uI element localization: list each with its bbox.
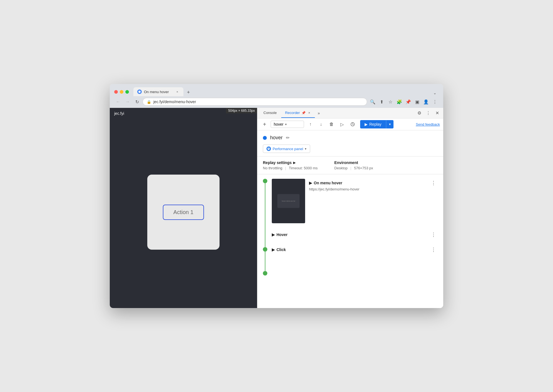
- svg-point-0: [138, 91, 141, 93]
- size-tooltip: 504px × 685.33px: [226, 108, 257, 113]
- maximize-traffic-light[interactable]: [125, 90, 129, 94]
- refresh-button[interactable]: ↻: [133, 98, 141, 106]
- split-screen-icon[interactable]: ▣: [413, 98, 421, 106]
- traffic-lights: [114, 90, 129, 94]
- step-1-more-button[interactable]: ⋮: [429, 179, 438, 187]
- settings-expand-icon: ▶: [293, 161, 295, 165]
- step-preview-text: hover demo jec.fyi: [282, 200, 295, 202]
- upload-button[interactable]: ↑: [306, 120, 315, 128]
- replay-settings-detail: No throttling | Timeout: 5000 ms: [263, 166, 318, 170]
- tab-console[interactable]: Console: [260, 108, 281, 118]
- recording-title-row: hover ✏: [263, 135, 438, 141]
- replay-speed-button[interactable]: [348, 120, 357, 128]
- profile-icon[interactable]: 👤: [422, 98, 430, 106]
- recording-title: hover: [270, 135, 283, 141]
- step-3-title-text: Click: [276, 247, 286, 252]
- step-1-url: https://jec.fyi/demo/menu-hover: [309, 187, 438, 191]
- tab-menu-button[interactable]: ⌄: [431, 90, 439, 96]
- replay-speed-icon: [350, 122, 355, 127]
- more-options-icon[interactable]: ⋮: [431, 98, 439, 106]
- address-bar-row: ← → ↻ 🔒 jec.fyi/demo/menu-hover 🔍 ⬆ ☆ 🧩 …: [110, 96, 443, 108]
- address-bar[interactable]: 🔒 jec.fyi/demo/menu-hover: [143, 98, 367, 106]
- replay-button[interactable]: ▶ Replay: [360, 120, 386, 128]
- step-item-hover: ▶ Hover ⋮: [272, 231, 438, 238]
- recorder-pin-icon: 📌: [302, 111, 306, 115]
- recorder-tab-close[interactable]: ×: [307, 111, 311, 115]
- action-card: Action 1: [147, 175, 220, 250]
- performance-panel-button[interactable]: Performance panel ▾: [263, 145, 310, 153]
- title-bar: On menu hover × + ⌄: [110, 84, 443, 96]
- perf-panel-label: Performance panel: [273, 147, 303, 151]
- forward-button[interactable]: →: [124, 98, 131, 106]
- bookmark-icon[interactable]: ☆: [387, 98, 394, 106]
- play-once-button[interactable]: ▷: [338, 120, 346, 128]
- step-3-more-button[interactable]: ⋮: [429, 246, 438, 253]
- active-tab[interactable]: On menu hover ×: [133, 87, 183, 96]
- step-1-preview: hover demo jec.fyi: [272, 179, 305, 223]
- step-preview-inner: hover demo jec.fyi: [277, 194, 300, 208]
- tab-recorder[interactable]: Recorder 📌 ×: [281, 108, 315, 118]
- replay-settings-title[interactable]: Replay settings ▶: [263, 160, 318, 165]
- recording-controls: Performance panel ▾: [263, 145, 438, 153]
- edit-recording-name-button[interactable]: ✏: [286, 135, 290, 140]
- replay-button-group: ▶ Replay ▾: [360, 120, 393, 128]
- timeline-dot-1: [263, 179, 267, 183]
- recording-selector[interactable]: hover ▾: [271, 121, 304, 128]
- settings-divider: |: [285, 166, 286, 170]
- tab-close-button[interactable]: ×: [175, 90, 180, 94]
- extensions-icon[interactable]: 🧩: [395, 98, 403, 106]
- share-icon[interactable]: ⬆: [378, 98, 385, 106]
- minimize-traffic-light[interactable]: [120, 90, 123, 94]
- timeout-label: Timeout: 5000 ms: [289, 166, 318, 170]
- action-button[interactable]: Action 1: [163, 205, 204, 220]
- step-1-expand-button[interactable]: ▶ On menu hover: [309, 181, 342, 185]
- tabs-row: On menu hover × + ⌄: [133, 87, 439, 96]
- tab-favicon: [137, 90, 142, 94]
- webpage-pane: 504px × 685.33px jec.fyi Action 1: [110, 108, 257, 308]
- step-3-expand-arrow: ▶: [272, 247, 275, 252]
- delete-button[interactable]: 🗑: [327, 120, 336, 128]
- dimensions-label: 576×753 px: [354, 166, 373, 170]
- action-card-container: Action 1: [110, 119, 257, 305]
- main-content: 504px × 685.33px jec.fyi Action 1 Consol…: [110, 108, 443, 308]
- step-1-title-row: ▶ On menu hover ⋮: [309, 179, 438, 187]
- send-feedback-link[interactable]: Send feedback: [416, 122, 440, 126]
- back-button[interactable]: ←: [114, 98, 122, 106]
- timeline-track: [263, 179, 267, 276]
- upload-icon: ↑: [309, 122, 312, 127]
- step-3-expand-button[interactable]: ▶ Click: [272, 247, 286, 252]
- replay-dropdown-button[interactable]: ▾: [386, 120, 393, 128]
- devtools-more-button[interactable]: ⋮: [424, 109, 432, 117]
- performance-icon: [266, 147, 271, 151]
- puzzle-icon[interactable]: 📌: [404, 98, 412, 106]
- replay-settings-section: Replay settings ▶ No throttling | Timeou…: [257, 157, 443, 174]
- step-2-expand-button[interactable]: ▶ Hover: [272, 232, 288, 237]
- more-tabs-button[interactable]: »: [315, 110, 322, 116]
- environment-group: Environment Desktop | 576×753 px: [334, 160, 373, 170]
- replay-play-icon: ▶: [365, 122, 368, 126]
- recorder-body: hover ✏ Performanc: [257, 130, 443, 308]
- download-icon: ↓: [320, 122, 322, 127]
- browser-window: On menu hover × + ⌄ ← → ↻ 🔒 jec.fyi/demo…: [110, 84, 443, 308]
- devtools-pane: Console Recorder 📌 × » ⚙ ⋮ ✕ + hover: [257, 108, 443, 308]
- steps-list: hover demo jec.fyi ▶ On menu hover: [272, 179, 438, 276]
- step-2-title-row: ▶ Hover ⋮: [272, 231, 438, 238]
- lock-icon: 🔒: [147, 100, 151, 104]
- replay-label: Replay: [369, 122, 382, 126]
- new-tab-button[interactable]: +: [185, 88, 192, 96]
- desktop-label: Desktop: [334, 166, 348, 170]
- step-item-on-menu-hover: hover demo jec.fyi ▶ On menu hover: [272, 179, 438, 223]
- settings-button[interactable]: ⚙: [415, 109, 423, 117]
- timeline-line-2: [265, 252, 265, 271]
- devtools-tabs-bar: Console Recorder 📌 × » ⚙ ⋮ ✕: [257, 108, 443, 118]
- search-icon[interactable]: 🔍: [369, 98, 377, 106]
- download-button[interactable]: ↓: [317, 120, 325, 128]
- devtools-close-button[interactable]: ✕: [433, 109, 441, 117]
- add-recording-button[interactable]: +: [261, 120, 268, 128]
- recording-status-dot: [263, 136, 267, 140]
- step-2-title-text: Hover: [276, 232, 288, 237]
- step-2-more-button[interactable]: ⋮: [429, 231, 438, 238]
- close-traffic-light[interactable]: [114, 90, 118, 94]
- step-item-click: ▶ Click ⋮: [272, 246, 438, 253]
- timeline-line-1: [265, 183, 265, 247]
